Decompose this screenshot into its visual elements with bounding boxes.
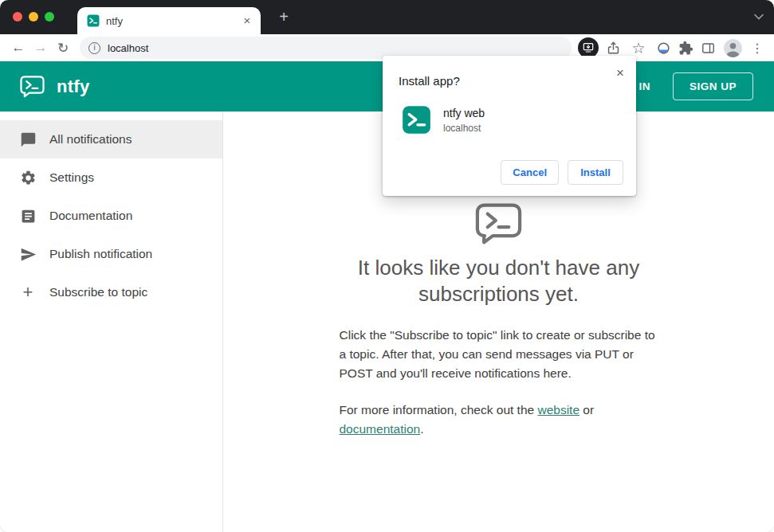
chat-bubble-icon bbox=[18, 131, 37, 148]
sidebar-item-settings[interactable]: Settings bbox=[0, 158, 222, 197]
new-tab-button[interactable]: + bbox=[273, 7, 294, 28]
minimize-window-button[interactable] bbox=[29, 12, 38, 22]
tab-title: ntfy bbox=[106, 15, 234, 27]
app-name: ntfy web bbox=[443, 107, 485, 119]
reload-button[interactable]: ↻ bbox=[53, 37, 73, 58]
cancel-button[interactable]: Cancel bbox=[501, 160, 559, 185]
zoom-window-button[interactable] bbox=[45, 12, 54, 22]
ntfy-favicon-icon bbox=[87, 14, 100, 27]
dialog-title: Install app? bbox=[399, 74, 620, 88]
more-info-text: . bbox=[420, 422, 423, 436]
book-icon bbox=[18, 208, 37, 225]
sidebar-item-label: Subscribe to topic bbox=[49, 285, 147, 299]
profile-avatar[interactable] bbox=[723, 38, 743, 58]
more-info-paragraph: For more information, check out the webs… bbox=[340, 401, 658, 439]
sidebar-item-subscribe-to-topic[interactable]: + Subscribe to topic bbox=[0, 273, 222, 311]
dialog-app-row: ntfy web localhost bbox=[402, 105, 620, 135]
more-menu-icon[interactable]: ⋮ bbox=[750, 37, 764, 58]
install-button[interactable]: Install bbox=[568, 160, 623, 185]
sidebar: All notifications Settings Documentation… bbox=[0, 111, 223, 532]
more-info-text: or bbox=[580, 403, 594, 417]
install-app-dialog: Install app? × ntfy web localhost Cancel… bbox=[383, 56, 636, 196]
browser-tab[interactable]: ntfy × bbox=[77, 7, 261, 34]
app-title: ntfy bbox=[57, 76, 90, 97]
dialog-actions: Cancel Install bbox=[501, 160, 623, 185]
sidebar-item-label: Publish notification bbox=[49, 247, 152, 261]
send-icon bbox=[18, 246, 37, 263]
website-link[interactable]: website bbox=[537, 403, 580, 417]
forward-button[interactable]: → bbox=[30, 37, 51, 58]
close-window-button[interactable] bbox=[13, 12, 22, 22]
share-icon[interactable] bbox=[606, 41, 621, 56]
browser-window: ntfy × + ← → ↻ i localhost bbox=[0, 0, 774, 532]
documentation-link[interactable]: documentation bbox=[340, 422, 421, 436]
app-origin: localhost bbox=[443, 123, 485, 134]
gear-icon bbox=[18, 170, 37, 186]
back-button[interactable]: ← bbox=[8, 37, 29, 58]
extensions-puzzle-icon[interactable] bbox=[678, 41, 693, 56]
sign-up-button[interactable]: SIGN UP bbox=[673, 72, 753, 100]
plus-icon: + bbox=[18, 284, 37, 301]
dialog-app-text: ntfy web localhost bbox=[443, 107, 485, 134]
sidebar-item-label: Documentation bbox=[49, 209, 132, 223]
sidebar-item-publish-notification[interactable]: Publish notification bbox=[0, 235, 222, 273]
side-panel-icon[interactable] bbox=[701, 41, 716, 56]
sidebar-item-label: Settings bbox=[49, 170, 94, 185]
sidebar-item-all-notifications[interactable]: All notifications bbox=[0, 120, 222, 158]
extension-badge-icon[interactable] bbox=[656, 41, 671, 56]
dialog-close-icon[interactable]: × bbox=[616, 65, 624, 81]
tab-search-chevron-icon[interactable] bbox=[754, 14, 764, 20]
tab-strip: ntfy × + bbox=[0, 0, 774, 34]
ntfy-empty-state-icon bbox=[473, 201, 524, 245]
ntfy-logo-icon bbox=[19, 75, 45, 98]
sidebar-item-label: All notifications bbox=[49, 132, 132, 147]
empty-state-heading: It looks like you don't have any subscri… bbox=[328, 255, 670, 308]
traffic-lights bbox=[13, 12, 54, 22]
ntfy-app-icon bbox=[402, 105, 431, 135]
sidebar-item-documentation[interactable]: Documentation bbox=[0, 197, 222, 235]
address-text: localhost bbox=[108, 42, 148, 54]
empty-state-paragraph: Click the "Subscribe to topic" link to c… bbox=[340, 326, 658, 383]
tab-close-icon[interactable]: × bbox=[240, 14, 254, 28]
site-info-icon[interactable]: i bbox=[88, 42, 100, 54]
more-info-text: For more information, check out the bbox=[340, 403, 538, 417]
